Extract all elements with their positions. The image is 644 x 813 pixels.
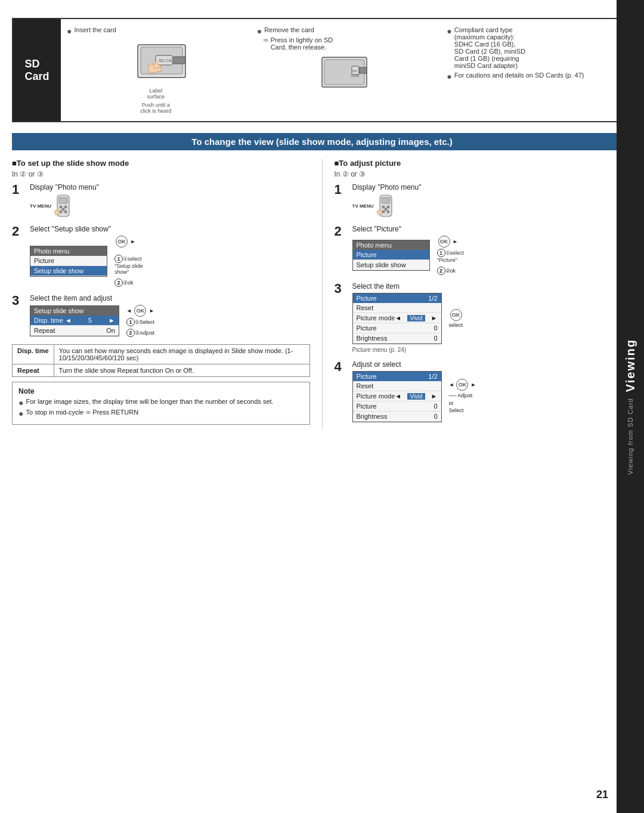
select-note3-right: select	[449, 322, 463, 328]
step2-illus-right: Photo menu Picture Setup slide show OK ►	[352, 236, 633, 275]
remote-icon-left	[54, 194, 73, 218]
step3-label-right: Select the item	[352, 282, 633, 290]
left-step1: 1 Display "Photo menu" TV MENU	[12, 183, 310, 218]
picture-row-pic-4: Picture0	[353, 401, 441, 412]
photo-menu-title-right: Photo menu	[353, 240, 429, 250]
left-in-text: In ② or ③	[12, 170, 310, 178]
note-bullet2: ● To stop in mid-cycle ➾ Press RETURN	[18, 409, 304, 418]
right-section-title: ■To adjust picture	[335, 159, 633, 168]
svg-rect-2	[174, 57, 185, 64]
select-note3-left: 1①Select	[126, 318, 154, 326]
select-note-right: 1①select "Picture"	[437, 249, 465, 263]
step2-content-left: Select "Setup slide show" Photo menu Pic…	[30, 225, 310, 287]
sd-card-label: SD Card	[13, 19, 61, 121]
tv-menu-label-right: TV MENU	[352, 203, 374, 209]
sd-card-section: SD Card ● Insert the card	[12, 18, 632, 122]
svg-text:SD CA: SD CA	[159, 58, 172, 63]
step3-illus-right: Picture 1/2 Reset Picture mode◄ Vivid ► …	[352, 293, 633, 344]
main-heading: To change the view (slide show mode, adj…	[12, 133, 632, 150]
svg-point-21	[386, 206, 389, 209]
step3-content-left: Select the item and adjust Setup slide s…	[30, 294, 310, 337]
sd-col-remove: ● Remove the card ➾ Press in lightly on …	[257, 26, 435, 114]
svg-point-23	[386, 211, 389, 214]
step1-label-left: Display "Photo menu"	[30, 183, 310, 191]
step1-content-right: Display "Photo menu" TV MENU	[352, 183, 633, 218]
setup-title-left: Setup slide show	[30, 306, 119, 316]
right-step2: 2 Select "Picture" Photo menu Picture Se…	[335, 225, 633, 275]
card-insert-svg: SD CA	[120, 39, 191, 86]
svg-text:SD: SD	[352, 69, 358, 73]
viewing-title: Viewing	[624, 339, 637, 392]
left-step3: 3 Select the item and adjust Setup slide…	[12, 294, 310, 337]
step2-arrows-right: OK ► 1①select "Picture" 2②ok	[437, 236, 465, 275]
viewing-sidebar: Viewing Viewing from SD Card	[617, 0, 644, 813]
tv-menu-label-left: TV MENU	[30, 203, 51, 209]
photo-menu-picture-right: Picture	[353, 250, 429, 260]
cautions-text: For cautions and details on SD Cards (p.…	[454, 72, 584, 79]
step3-arrows-right: OK select	[449, 309, 463, 328]
page-container: SD Card ● Insert the card	[0, 0, 644, 813]
repeat-text-cell: Turn the slide show Repeat function On o…	[54, 364, 309, 377]
svg-point-13	[60, 206, 63, 209]
press-card-text: Press in lightly on SD Card, then releas…	[271, 36, 333, 51]
label-surface-text: Label surface	[147, 88, 165, 100]
right-step4: 4 Adjust or select Picture 1/2 Reset	[335, 360, 633, 422]
step1-label-right: Display "Photo menu"	[352, 183, 633, 191]
compliant-text: Compliant card type (maximum capacity): …	[454, 26, 525, 69]
step2-arrows-left: OK ► 1①select "Setup slide show" 2②ok	[114, 236, 143, 287]
card-remove-illus: SD CARD	[316, 54, 376, 96]
info-table-left: Disp. time You can set how many seconds …	[12, 344, 310, 377]
page-number: 21	[596, 789, 608, 801]
picture-title-step3: Picture 1/2	[353, 293, 441, 303]
svg-point-16	[64, 211, 67, 214]
right-step1: 1 Display "Photo menu" TV MENU	[335, 183, 633, 218]
viewing-subtitle: Viewing from SD Card	[627, 398, 634, 475]
card-insert-illus: SD CA	[120, 39, 191, 86]
picture-row-mode-4: Picture mode◄ Vivid ►	[353, 391, 441, 401]
vivid-badge-3: Vivid	[407, 315, 425, 322]
left-section-title: ■To set up the slide show mode	[12, 159, 310, 168]
step2-label-right: Select "Picture"	[352, 225, 633, 233]
step1-content-left: Display "Photo menu" TV MENU	[30, 183, 310, 218]
step1-illus-left: TV MENU	[30, 194, 310, 218]
bullet-dot-2a: ●	[257, 27, 262, 35]
picture-row-reset-3: Reset	[353, 303, 441, 313]
disp-time-label-cell: Disp. time	[13, 345, 54, 364]
ok-note-left: 2②ok	[114, 279, 143, 287]
sd-col-info: ● Compliant card type (maximum capacity)…	[447, 26, 625, 114]
step1-num-left: 1	[12, 183, 25, 196]
step3-content-right: Select the item Picture 1/2 Reset Pictur…	[352, 282, 633, 353]
left-column: ■To set up the slide show mode In ② or ③…	[12, 159, 323, 429]
remote-icon-right	[376, 194, 395, 218]
card-remove-svg: SD CARD	[316, 54, 376, 96]
step3-arrows-left: ◄ OK ► 1①Select 2②Adjust	[126, 305, 154, 337]
step4-content-right: Adjust or select Picture 1/2 Reset Pictu…	[352, 360, 633, 422]
setup-row-repeat: RepeatOn	[30, 326, 119, 336]
svg-point-14	[64, 206, 67, 209]
photo-menu-box-left: Photo menu Picture Setup slide show	[30, 246, 107, 277]
bullet-dot-3b: ●	[447, 72, 451, 81]
step4-illus-right: Picture 1/2 Reset Picture mode◄ Vivid ► …	[352, 371, 633, 422]
sd-col-insert: ● Insert the card SD CA	[67, 26, 245, 114]
info-row-disp: Disp. time You can set how many seconds …	[13, 345, 310, 364]
disp-time-text-cell: You can set how many seconds each image …	[54, 345, 309, 364]
arrow-symbol: ➾	[263, 36, 268, 44]
picture-box-step3: Picture 1/2 Reset Picture mode◄ Vivid ► …	[352, 293, 442, 344]
svg-rect-19	[382, 197, 390, 203]
note-box-left: Note ● For large image sizes, the displa…	[12, 382, 310, 425]
step3-num-right: 3	[335, 282, 348, 295]
svg-point-17	[62, 208, 65, 211]
bullet-dot-3a: ●	[447, 27, 451, 35]
note-title-left: Note	[18, 387, 304, 395]
ok-note-right: 2②ok	[437, 267, 465, 275]
setup-box-left: Setup slide show Disp. time ◄5► RepeatOn	[30, 305, 119, 336]
adjust-note3-left: 2②Adjust	[126, 329, 154, 337]
step4-arrows-right: ◄ OK ► ── Adjust or Select	[449, 379, 476, 415]
right-in-text: In ② or ③	[335, 170, 633, 178]
select-note-left: 1①select "Setup slide show"	[114, 249, 143, 275]
setup-row-disp: Disp. time ◄5►	[30, 316, 119, 326]
insert-card-text: Insert the card	[74, 26, 116, 33]
picture-row-bright-3: Brightness0	[353, 333, 441, 344]
vivid-badge-4: Vivid	[407, 393, 425, 400]
info-row-repeat: Repeat Turn the slide show Repeat functi…	[13, 364, 310, 377]
